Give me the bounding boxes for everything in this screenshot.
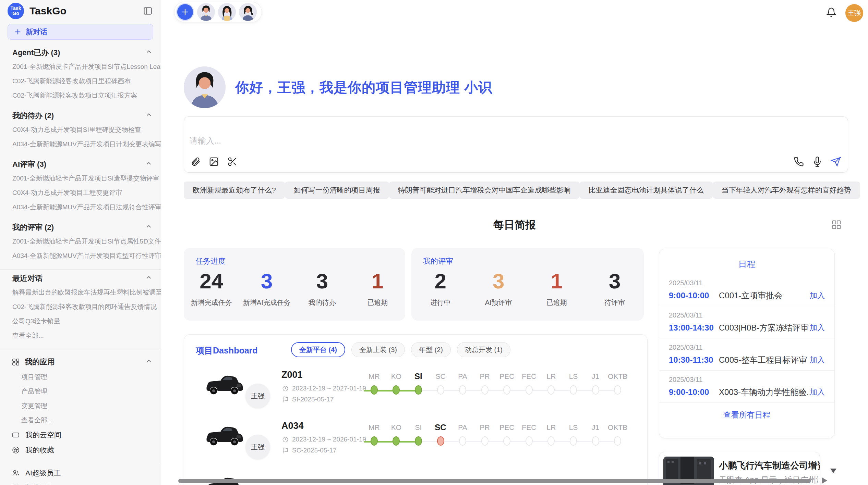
suggestion-chip[interactable]: 欧洲新规最近颁布了什么? bbox=[184, 182, 285, 199]
milestone-dot bbox=[570, 436, 577, 446]
filter-tab[interactable]: 年型 (2) bbox=[411, 342, 451, 357]
milestone-dot bbox=[481, 436, 489, 446]
list-item[interactable]: C02-飞腾新能源轻客改款项目立项汇报方案 bbox=[0, 88, 161, 103]
add-agent-button[interactable] bbox=[176, 3, 194, 21]
section-ai-review[interactable]: AI评审 (3) bbox=[0, 158, 161, 171]
sidebar-collapse-icon[interactable] bbox=[142, 5, 153, 16]
milestone-dot bbox=[526, 385, 533, 395]
project-row[interactable]: 王强 Z001 2023-12-19 ~ 2027-01-19 SI-2025-… bbox=[184, 370, 647, 421]
avatar[interactable] bbox=[218, 3, 236, 21]
project-flag-milestone: SI-2025-05-17 bbox=[282, 396, 334, 403]
milestone-dot bbox=[592, 436, 599, 446]
phone-icon[interactable] bbox=[794, 157, 804, 167]
event-time: 9:00-10:00 bbox=[669, 387, 719, 397]
milestone-dot bbox=[547, 385, 555, 395]
sidebar-item-change-mgmt[interactable]: 变更管理 bbox=[0, 399, 161, 413]
chevron-up-icon[interactable] bbox=[145, 357, 153, 367]
suggestion-chip[interactable]: 如何写一份清晰的项目周报 bbox=[285, 182, 389, 199]
sidebar-item-product-mgmt[interactable]: 产品管理 bbox=[0, 384, 161, 399]
list-item[interactable]: C02-飞腾新能源轻客改款项目的闭环通告反馈情况 bbox=[0, 300, 161, 314]
list-item[interactable]: C0X4-动力总成开发项目工程变更评审 bbox=[0, 186, 161, 200]
card-title: 我的评审 bbox=[423, 256, 453, 266]
list-item[interactable]: Z001-全新燃油轻卡产品开发项目SI造型提交物评审 bbox=[0, 171, 161, 186]
join-link[interactable]: 加入 bbox=[810, 355, 825, 365]
filter-tab-active[interactable]: 全新平台 (4) bbox=[291, 342, 345, 357]
section-label: AI评审 (3) bbox=[12, 159, 46, 170]
sidebar-item-favorites[interactable]: 我的收藏 bbox=[0, 443, 161, 458]
chevron-up-icon[interactable] bbox=[145, 223, 153, 232]
join-link[interactable]: 加入 bbox=[810, 387, 825, 397]
filter-tab[interactable]: 全新上装 (3) bbox=[351, 342, 405, 357]
microphone-icon[interactable] bbox=[812, 157, 822, 167]
plus-icon bbox=[14, 28, 22, 36]
join-link[interactable]: 加入 bbox=[810, 290, 825, 301]
suggestion-chip[interactable]: 特朗普可能对进口汽车增税会对中国车企造成哪些影响 bbox=[389, 182, 580, 199]
milestone-track: MR KO SI SC PA PR PEC FEC LR LS J1 OKTB bbox=[363, 421, 629, 455]
sidebar-item-my-apps[interactable]: 我的应用 bbox=[0, 354, 161, 370]
section-recent-chats[interactable]: 最近对话 bbox=[0, 272, 161, 285]
list-item[interactable]: C0X4-动力总成开发项目SI里程碑提交物检查 bbox=[0, 123, 161, 137]
scroll-down-arrow[interactable] bbox=[830, 469, 836, 473]
chevron-up-icon[interactable] bbox=[145, 111, 153, 121]
project-row[interactable]: 王强 A034 2023-12-19 ~ 2026-01-19 SC-2025-… bbox=[184, 421, 647, 472]
new-chat-button[interactable]: 新对话 bbox=[8, 24, 153, 40]
chat-input[interactable] bbox=[190, 136, 772, 146]
sidebar-item-cloud-space[interactable]: 我的云空间 bbox=[0, 427, 161, 443]
milestone-dot bbox=[459, 436, 466, 446]
notification-bell-icon[interactable] bbox=[826, 7, 836, 19]
chevron-up-icon[interactable] bbox=[145, 274, 153, 283]
event-date: 2025/03/11 bbox=[669, 311, 825, 320]
avatar[interactable] bbox=[239, 3, 257, 21]
composer bbox=[184, 116, 848, 173]
view-all-schedule-link[interactable]: 查看所有日程 bbox=[659, 410, 834, 420]
view-all-chats[interactable]: 查看全部... bbox=[0, 328, 161, 343]
milestone: FEC bbox=[518, 370, 540, 395]
image-icon[interactable] bbox=[209, 157, 219, 167]
user-avatar[interactable]: 王强 bbox=[845, 4, 863, 22]
list-item[interactable]: Z001-全新燃油轻卡产品开发项目SI节点属性5D文件评审 bbox=[0, 234, 161, 249]
stat-ai-prereview: 3 AI预评审 bbox=[470, 270, 528, 307]
section-my-review[interactable]: 我的评审 (2) bbox=[0, 221, 161, 234]
list-item[interactable]: 解释最新出台的欧盟报废车法规再生塑料比例被调至15% bbox=[0, 285, 161, 300]
task-progress-card: 任务进度 24 新增完成任务 3 新增AI完成任务 3 我的待办 1 已逾期 bbox=[184, 248, 405, 321]
stat-in-progress: 2 进行中 bbox=[411, 270, 470, 307]
schedule-event: 2025/03/11 9:00-10:00 C001-立项审批会 加入 bbox=[659, 274, 834, 306]
suggestion-chip[interactable]: 比亚迪全固态电池计划具体说了什么 bbox=[580, 182, 713, 199]
milestone: FEC bbox=[518, 421, 540, 446]
sidebar-item-ai-employee[interactable]: AI超级员工 bbox=[0, 465, 161, 481]
milestone-dot bbox=[570, 385, 577, 395]
view-all-apps[interactable]: 查看全部... bbox=[0, 413, 161, 427]
cloud-space-label: 我的云空间 bbox=[25, 430, 61, 440]
list-item[interactable]: A034-全新新能源MUV产品开发项目造型可行性评审 bbox=[0, 249, 161, 263]
join-link[interactable]: 加入 bbox=[810, 323, 825, 333]
attachment-icon[interactable] bbox=[190, 157, 201, 167]
card-title: 任务进度 bbox=[195, 256, 226, 266]
horizontal-scrollbar[interactable] bbox=[178, 479, 811, 483]
milestone-dot bbox=[393, 436, 400, 446]
composer-left-actions bbox=[190, 157, 238, 167]
chevron-up-icon[interactable] bbox=[145, 48, 153, 58]
list-item[interactable]: C02-飞腾新能源轻客改款项目里程碑画布 bbox=[0, 74, 161, 88]
milestone-dot bbox=[614, 385, 621, 395]
list-item[interactable]: 公司Q3轻卡销量 bbox=[0, 314, 161, 328]
list-item[interactable]: A034-全新新能源MUV产品开发项目计划变更表编写 bbox=[0, 137, 161, 151]
suggestion-chip[interactable]: 当下年轻人对汽车外观有怎样的喜好趋势 bbox=[713, 182, 860, 199]
section-my-todo[interactable]: 我的待办 (2) bbox=[0, 109, 161, 123]
filter-tab[interactable]: 动总开发 (1) bbox=[457, 342, 510, 357]
list-item[interactable]: Z001-全新燃油皮卡产品开发项目SI节点Lesson Learn报告 bbox=[0, 60, 161, 74]
scroll-right-arrow[interactable] bbox=[822, 477, 827, 484]
chevron-up-icon[interactable] bbox=[145, 160, 153, 169]
scissors-icon[interactable] bbox=[227, 157, 238, 167]
assistant-avatar bbox=[184, 66, 226, 108]
section-agent-done[interactable]: Agent已办 (3) bbox=[0, 46, 161, 60]
greeting-text: 你好，王强，我是你的项目管理助理 小识 bbox=[235, 78, 492, 97]
milestone-dot bbox=[371, 436, 378, 446]
sidebar-item-help-write[interactable]: 帮我写作 bbox=[0, 481, 161, 485]
layout-grid-icon[interactable] bbox=[831, 219, 842, 232]
sidebar-header: Task Go TaskGo bbox=[0, 0, 161, 22]
avatar[interactable] bbox=[197, 3, 215, 21]
sidebar-item-project-mgmt[interactable]: 项目管理 bbox=[0, 370, 161, 384]
list-item[interactable]: A034-全新新能源MUV产品开发项目法规符合性评审 bbox=[0, 200, 161, 214]
send-icon[interactable] bbox=[831, 157, 841, 167]
milestone: PEC bbox=[496, 370, 518, 395]
